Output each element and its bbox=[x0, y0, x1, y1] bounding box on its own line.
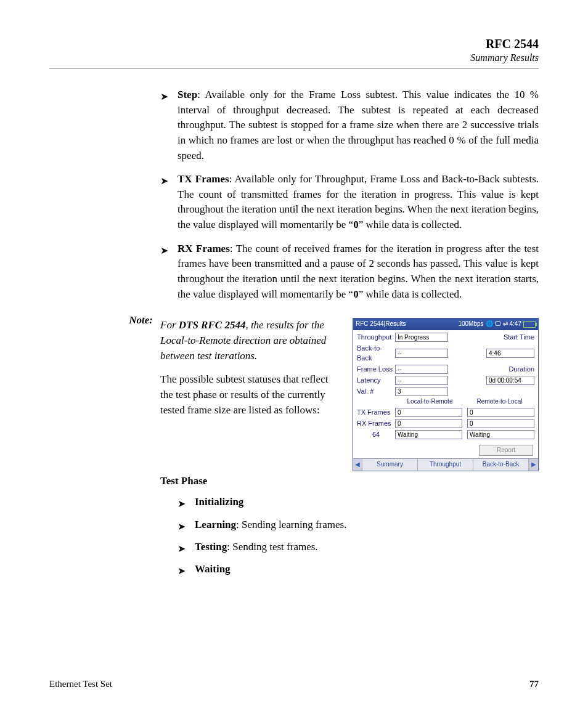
throughput-label: Throughput bbox=[357, 333, 395, 343]
desc-after: ” while data is collected. bbox=[359, 219, 462, 230]
note-pre: For bbox=[160, 319, 179, 331]
term: RX Frames bbox=[178, 243, 230, 254]
term: Learning bbox=[195, 519, 236, 530]
duration-field[interactable]: 0d 00:00:54 bbox=[486, 376, 534, 385]
rxframes-ltr-field[interactable]: 0 bbox=[395, 419, 462, 428]
globe-icon: 🌐 bbox=[486, 320, 493, 329]
phase-initializing: ➤ Initializing bbox=[178, 495, 539, 511]
bullet-step: ➤ Step: Available only for the Frame Los… bbox=[160, 87, 539, 163]
frameloss-field[interactable]: -- bbox=[395, 365, 448, 374]
latency-field[interactable]: -- bbox=[395, 376, 448, 385]
zero: 0 bbox=[353, 288, 359, 300]
tab-throughput[interactable]: Throughput bbox=[418, 459, 473, 471]
term: TX Frames bbox=[178, 173, 229, 185]
note-body: For DTS RFC 2544, the results for the Lo… bbox=[160, 314, 539, 584]
valnum-label: Val. # bbox=[357, 387, 395, 397]
test-phase-heading: Test Phase bbox=[160, 474, 539, 489]
txframes-label: TX Frames bbox=[357, 408, 395, 418]
term: Testing bbox=[195, 541, 227, 553]
header-subtitle: Summary Results bbox=[49, 52, 539, 63]
zero: 0 bbox=[353, 219, 359, 230]
device-title-text: RFC 2544|Results bbox=[356, 320, 406, 329]
bullet-text: Step: Available only for the Frame Loss … bbox=[178, 87, 539, 163]
latency-label: Latency bbox=[357, 376, 395, 386]
desc: : Sending test frames. bbox=[227, 541, 317, 553]
rxframes-rtl-field[interactable]: 0 bbox=[467, 419, 534, 428]
desc: : Available only for the Frame Loss subt… bbox=[178, 89, 539, 161]
main-content: ➤ Step: Available only for the Frame Los… bbox=[160, 87, 539, 302]
phase-learning: ➤ Learning: Sending learning frames. bbox=[178, 517, 539, 533]
txframes-ltr-field[interactable]: 0 bbox=[395, 408, 462, 417]
clock-time: 4:47 bbox=[510, 320, 521, 329]
rxframes-label: RX Frames bbox=[357, 419, 395, 429]
device-screenshot: RFC 2544|Results 100Mbps 🌐 🖵 ⇄ 4:47 Th bbox=[353, 318, 539, 471]
status-ltr-field[interactable]: Waiting bbox=[395, 430, 462, 439]
desc: : Sending learning frames. bbox=[236, 519, 346, 530]
report-button[interactable]: Report bbox=[479, 445, 533, 456]
frameloss-label: Frame Loss bbox=[357, 365, 395, 375]
screen-icon: 🖵 bbox=[495, 320, 501, 329]
page-number: 77 bbox=[529, 679, 539, 689]
tab-prev-icon[interactable]: ◀ bbox=[353, 459, 362, 471]
desc-after: ” while data is collected. bbox=[359, 288, 462, 300]
page-footer: Ethernet Test Set 77 bbox=[49, 679, 539, 689]
bullet-txframes: ➤ TX Frames: Available only for Throughp… bbox=[160, 172, 539, 233]
term: Waiting bbox=[195, 563, 231, 575]
note-row: Note: For DTS RFC 2544, the results for … bbox=[49, 314, 539, 584]
speed-label: 100Mbps bbox=[458, 320, 483, 329]
tab-summary[interactable]: Summary bbox=[362, 459, 418, 471]
arrow-icon: ➤ bbox=[178, 562, 195, 578]
tab-next-icon[interactable]: ▶ bbox=[529, 459, 538, 471]
term: Step bbox=[178, 89, 197, 100]
note-bold: DTS RFC 2544 bbox=[179, 319, 246, 331]
rtl-header: Remote-to-Local bbox=[465, 397, 534, 407]
throughput-field[interactable]: In Progress bbox=[395, 333, 448, 342]
status-paragraph: The possible subtest statuses that refle… bbox=[160, 372, 341, 418]
arrow-icon: ➤ bbox=[178, 495, 195, 511]
bullet-text: RX Frames: The count of received frames … bbox=[178, 241, 539, 302]
b2b-field[interactable]: -- bbox=[395, 349, 448, 358]
ltr-header: Local-to-Remote bbox=[395, 397, 465, 407]
header-title: RFC 2544 bbox=[49, 37, 539, 51]
txframes-rtl-field[interactable]: 0 bbox=[467, 408, 534, 417]
b2b-label: Back-to-Back bbox=[357, 344, 395, 363]
arrow-icon: ➤ bbox=[160, 172, 178, 233]
device-tabbar: ◀ Summary Throughput Back-to-Back ▶ bbox=[353, 458, 538, 471]
tab-back-to-back[interactable]: Back-to-Back bbox=[473, 459, 529, 471]
phase-waiting: ➤ Waiting bbox=[178, 562, 539, 578]
bullet-text: TX Frames: Available only for Throughput… bbox=[178, 172, 539, 233]
valnum-field[interactable]: 3 bbox=[395, 387, 448, 396]
device-titlebar: RFC 2544|Results 100Mbps 🌐 🖵 ⇄ 4:47 bbox=[353, 318, 538, 330]
page-header: RFC 2544 Summary Results bbox=[49, 37, 539, 69]
status-rtl-field[interactable]: Waiting bbox=[467, 430, 534, 439]
phase-testing: ➤ Testing: Sending test frames. bbox=[178, 540, 539, 556]
duration-label: Duration bbox=[508, 365, 534, 375]
bullet-rxframes: ➤ RX Frames: The count of received frame… bbox=[160, 241, 539, 302]
battery-icon bbox=[523, 321, 536, 328]
note-label: Note: bbox=[49, 314, 160, 584]
footer-left: Ethernet Test Set bbox=[49, 679, 112, 689]
link-icon: ⇄ bbox=[503, 320, 508, 329]
starttime-field[interactable]: 4:46 bbox=[486, 349, 534, 358]
starttime-label: Start Time bbox=[504, 333, 534, 343]
arrow-icon: ➤ bbox=[178, 540, 195, 556]
framesize-label: 64 bbox=[357, 430, 395, 440]
term: Initializing bbox=[195, 496, 243, 508]
arrow-icon: ➤ bbox=[160, 87, 178, 163]
arrow-icon: ➤ bbox=[160, 241, 178, 302]
arrow-icon: ➤ bbox=[178, 517, 195, 533]
